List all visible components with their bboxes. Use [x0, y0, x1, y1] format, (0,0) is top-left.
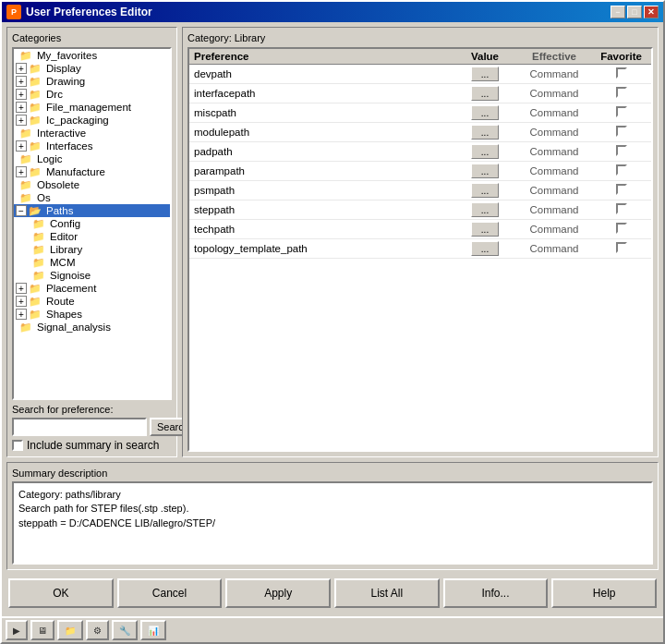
close-button[interactable]: ✕ [644, 6, 659, 18]
tree-item-logic[interactable]: 📁 Logic [14, 152, 170, 165]
pref-name: techpath [194, 224, 457, 235]
tree-item-manufacture[interactable]: + 📁 Manufacture [14, 165, 170, 178]
pref-favorite[interactable] [596, 67, 647, 80]
expander-icon[interactable]: + [16, 102, 27, 113]
apply-button[interactable]: Apply [225, 578, 331, 608]
categories-label: Categories [12, 32, 172, 43]
expander-icon[interactable]: + [16, 309, 27, 320]
expander-icon[interactable]: + [16, 63, 27, 74]
expander-icon[interactable]: − [16, 205, 27, 216]
value-button[interactable]: ... [471, 144, 499, 159]
tree-item-placement[interactable]: + 📁 Placement [14, 282, 170, 295]
favorite-checkbox[interactable] [616, 242, 627, 253]
tree-item-drc[interactable]: + 📁 Drc [14, 88, 170, 101]
value-button[interactable]: ... [471, 125, 499, 140]
taskbar-btn-4[interactable]: ⚙ [86, 620, 109, 640]
search-input[interactable] [12, 418, 147, 436]
tree-container[interactable]: 📁 My_favorites + 📁 Display + 📁 Drawing [12, 47, 172, 400]
info-button[interactable]: Info... [443, 578, 549, 608]
tree-label: Paths [46, 205, 73, 216]
favorite-checkbox[interactable] [616, 87, 627, 98]
expander-icon[interactable]: + [16, 166, 27, 177]
pref-favorite[interactable] [596, 87, 647, 100]
include-checkbox[interactable] [12, 440, 23, 451]
ok-button[interactable]: OK [8, 578, 114, 608]
help-button[interactable]: Help [551, 578, 657, 608]
favorite-checkbox[interactable] [616, 67, 627, 79]
tree-item-library[interactable]: 📁 Library [14, 243, 170, 256]
tree-item-interfaces[interactable]: + 📁 Interfaces [14, 140, 170, 152]
tree-item-route[interactable]: + 📁 Route [14, 295, 170, 308]
folder-icon: 📁 [29, 296, 43, 307]
favorite-checkbox[interactable] [616, 145, 627, 156]
expander-icon[interactable]: + [16, 283, 27, 294]
col-header-effective: Effective [513, 51, 596, 62]
value-button[interactable]: ... [471, 183, 499, 198]
tree-item-my-favorites[interactable]: 📁 My_favorites [14, 49, 170, 62]
pref-favorite[interactable] [596, 203, 647, 216]
favorite-checkbox[interactable] [616, 223, 627, 234]
taskbar-btn-5[interactable]: 🔧 [112, 620, 138, 640]
maximize-button[interactable]: □ [627, 6, 642, 18]
pref-favorite[interactable] [596, 145, 647, 158]
tree-item-paths[interactable]: − 📂 Paths [14, 204, 170, 217]
minimize-button[interactable]: − [611, 6, 625, 18]
tree-item-mcm[interactable]: 📁 MCM [14, 256, 170, 269]
taskbar-btn-6[interactable]: 📊 [140, 620, 166, 640]
pref-favorite[interactable] [596, 106, 647, 119]
list-all-button[interactable]: List All [334, 578, 440, 608]
tree-item-shapes[interactable]: + 📁 Shapes [14, 308, 170, 321]
pref-favorite[interactable] [596, 223, 647, 236]
col-header-value: Value [457, 51, 513, 62]
value-button[interactable]: ... [471, 202, 499, 217]
tree-item-drawing[interactable]: + 📁 Drawing [14, 75, 170, 88]
value-button[interactable]: ... [471, 164, 499, 178]
expander-icon[interactable]: + [16, 89, 27, 100]
taskbar-btn-1[interactable]: ▶ [6, 620, 28, 640]
value-button[interactable]: ... [471, 105, 499, 120]
tree-item-editor[interactable]: 📁 Editor [14, 230, 170, 243]
expander-icon[interactable]: + [16, 115, 27, 126]
folder-icon: 📁 [19, 179, 34, 190]
favorite-checkbox[interactable] [616, 106, 627, 117]
tree-item-interactive[interactable]: 📁 Interactive [14, 127, 170, 140]
expander-icon[interactable]: + [16, 140, 27, 152]
pref-favorite[interactable] [596, 184, 647, 197]
pref-name: padpath [194, 146, 457, 157]
tree-label: Ic_packaging [46, 115, 109, 126]
favorite-checkbox[interactable] [616, 184, 627, 195]
expander-icon[interactable]: + [16, 76, 27, 87]
pref-favorite[interactable] [596, 164, 647, 177]
expander-icon[interactable]: + [16, 296, 27, 307]
pref-row-psmpath: psmpath ... Command [189, 181, 651, 200]
tree-item-os[interactable]: 📁 Os [14, 191, 170, 204]
category-panel: Category: Library Preference Value Effec… [182, 27, 659, 457]
categories-panel: Categories 📁 My_favorites + 📁 Display [6, 27, 177, 457]
summary-line-1: Category: paths/library [18, 488, 647, 502]
folder-icon: 📁 [29, 102, 43, 113]
tree-item-ic-packaging[interactable]: + 📁 Ic_packaging [14, 114, 170, 127]
favorite-checkbox[interactable] [616, 203, 627, 214]
taskbar-btn-3[interactable]: 📁 [57, 620, 83, 640]
pref-favorite[interactable] [596, 126, 647, 139]
value-button[interactable]: ... [471, 86, 499, 101]
value-button[interactable]: ... [471, 222, 499, 237]
tree-item-file-management[interactable]: + 📁 File_management [14, 101, 170, 114]
favorite-checkbox[interactable] [616, 126, 627, 137]
favorite-checkbox[interactable] [616, 164, 627, 176]
tree-item-signal-analysis[interactable]: 📁 Signal_analysis [14, 321, 170, 334]
pref-favorite[interactable] [596, 242, 647, 255]
cancel-button[interactable]: Cancel [117, 578, 223, 608]
tree-item-display[interactable]: + 📁 Display [14, 62, 170, 75]
tree-label: Display [46, 63, 81, 74]
pref-effective: Command [513, 185, 596, 196]
tree-item-obsolete[interactable]: 📁 Obsolete [14, 178, 170, 191]
value-button[interactable]: ... [471, 241, 499, 256]
tree-item-signoise[interactable]: 📁 Signoise [14, 269, 170, 282]
pref-effective: Command [513, 165, 596, 176]
tree-item-config[interactable]: 📁 Config [14, 217, 170, 230]
value-button[interactable]: ... [471, 67, 499, 81]
taskbar-btn-2[interactable]: 🖥 [30, 620, 54, 640]
pref-value: ... [457, 105, 513, 120]
col-header-preference: Preference [194, 51, 457, 62]
